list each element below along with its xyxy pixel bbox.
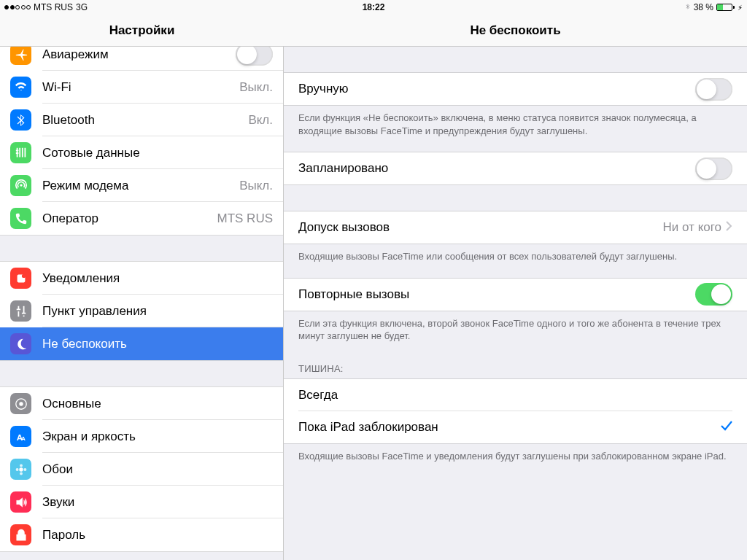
carrier-label: MTS RUS — [34, 2, 73, 12]
sidebar-item-bluetooth[interactable]: Bluetooth Вкл. — [0, 104, 283, 136]
sidebar-item-label: Сотовые данные — [42, 146, 283, 160]
wifi-value: Выкл. — [239, 80, 273, 95]
charging-icon: ⚡︎ — [738, 4, 743, 12]
scheduled-group: Запланировано — [284, 152, 747, 185]
allow-group: Допуск вызовов Ни от кого — [284, 211, 747, 244]
repeated-label: Повторные вызовы — [298, 287, 695, 302]
sidebar-item-carrier[interactable]: Оператор MTS RUS — [0, 202, 283, 235]
sidebar-item-label: Обои — [42, 462, 283, 477]
sidebar-item-dnd[interactable]: Не беспокоить — [0, 327, 283, 360]
sidebar-item-wifi[interactable]: Wi-Fi Выкл. — [0, 71, 283, 104]
hotspot-value: Выкл. — [239, 179, 273, 193]
sidebar-item-cellular[interactable]: Сотовые данные — [0, 136, 283, 169]
airplane-toggle[interactable] — [236, 47, 273, 66]
svg-point-1 — [21, 273, 25, 277]
allow-row[interactable]: Допуск вызовов Ни от кого — [298, 211, 732, 244]
settings-title: Настройки — [0, 15, 284, 47]
moon-icon — [10, 333, 31, 354]
scheduled-label: Запланировано — [298, 161, 695, 176]
scheduled-toggle[interactable] — [695, 158, 732, 180]
sidebar-item-label: Пароль — [42, 528, 283, 542]
signal-strength-icon — [4, 5, 31, 9]
battery-percentage: 38 % — [694, 2, 713, 12]
sidebar-item-airplane[interactable]: Авиарежим — [0, 47, 283, 71]
bluetooth-status-icon — [685, 2, 691, 12]
silence-header: ТИШИНА: — [284, 347, 747, 378]
svg-point-3 — [19, 402, 23, 405]
status-bar: MTS RUS 3G 18:22 38 % ⚡︎ — [0, 0, 747, 15]
wallpaper-icon — [10, 459, 31, 480]
sidebar-item-label: Не беспокоить — [42, 337, 283, 351]
sidebar-item-label: Основные — [42, 397, 283, 411]
speaker-icon — [10, 491, 31, 513]
manual-group: Вручную — [284, 72, 747, 106]
sidebar-item-label: Экран и яркость — [42, 429, 283, 444]
notifications-icon — [10, 268, 31, 289]
sidebar-item-label: Звуки — [42, 495, 283, 510]
checkmark-icon — [721, 419, 732, 435]
cellular-icon — [10, 142, 31, 163]
repeated-group: Повторные вызовы — [284, 278, 747, 311]
allow-label: Допуск вызовов — [298, 220, 663, 235]
chevron-right-icon — [726, 221, 732, 234]
wifi-icon — [10, 77, 31, 98]
sidebar-item-label: Bluetooth — [42, 113, 248, 128]
status-right: 38 % ⚡︎ — [685, 2, 743, 12]
sidebar-item-label: Уведомления — [42, 271, 283, 286]
manual-row[interactable]: Вручную — [298, 73, 732, 105]
detail-title: Не беспокоить — [284, 15, 747, 47]
manual-label: Вручную — [298, 82, 695, 96]
gear-icon — [10, 393, 31, 414]
lock-icon — [10, 524, 31, 545]
scheduled-row[interactable]: Запланировано — [298, 152, 732, 184]
svg-point-10 — [23, 468, 26, 471]
sidebar-item-display[interactable]: AA Экран и яркость — [0, 420, 283, 453]
hotspot-icon — [10, 175, 31, 196]
sidebar-item-notifications[interactable]: Уведомления — [0, 262, 283, 295]
manual-toggle[interactable] — [695, 78, 732, 101]
carrier-value: MTS RUS — [217, 211, 274, 226]
sidebar-item-label: Авиарежим — [42, 47, 236, 62]
svg-point-6 — [19, 467, 23, 471]
allow-caption: Входящие вызовы FaceTime или сообщения о… — [284, 244, 747, 268]
sidebar-group-device: Основные AA Экран и яркость Обои Звуки П… — [0, 386, 283, 552]
svg-point-9 — [15, 468, 18, 471]
status-left: MTS RUS 3G — [4, 2, 88, 12]
silence-caption: Входящие вызовы FaceTime и уведомления б… — [284, 444, 747, 467]
manual-caption: Если функция «Не беспокоить» включена, в… — [284, 106, 747, 141]
sidebar-item-wallpaper[interactable]: Обои — [0, 453, 283, 486]
repeated-row[interactable]: Повторные вызовы — [298, 279, 732, 311]
network-type: 3G — [76, 2, 88, 12]
svg-text:A: A — [21, 435, 26, 441]
silence-option-label: Пока iPad заблокирован — [298, 420, 721, 435]
battery-icon — [716, 4, 735, 11]
header: Настройки Не беспокоить — [0, 15, 747, 47]
sidebar-item-label: Wi-Fi — [42, 80, 239, 95]
clock: 18:22 — [363, 2, 385, 12]
settings-sidebar[interactable]: Авиарежим Wi-Fi Выкл. Bluetooth Вкл. Сот… — [0, 47, 284, 560]
bluetooth-icon — [10, 109, 31, 131]
silence-option-label: Всегда — [298, 388, 732, 402]
sidebar-group-notify: Уведомления Пункт управления Не беспокои… — [0, 261, 283, 361]
silence-locked[interactable]: Пока iPad заблокирован — [298, 411, 732, 443]
dnd-detail-panel[interactable]: Вручную Если функция «Не беспокоить» вкл… — [284, 47, 747, 560]
sidebar-item-sounds[interactable]: Звуки — [0, 486, 283, 518]
repeated-toggle[interactable] — [695, 283, 732, 306]
airplane-icon — [10, 47, 31, 65]
silence-group: Всегда Пока iPad заблокирован — [284, 378, 747, 444]
allow-value: Ни от кого — [663, 220, 721, 235]
sidebar-item-label: Оператор — [42, 211, 217, 226]
sidebar-item-general[interactable]: Основные — [0, 387, 283, 420]
control-center-icon — [10, 300, 31, 322]
silence-always[interactable]: Всегда — [298, 379, 732, 411]
svg-point-7 — [20, 464, 23, 467]
sidebar-item-hotspot[interactable]: Режим модема Выкл. — [0, 169, 283, 202]
sidebar-item-control-center[interactable]: Пункт управления — [0, 295, 283, 327]
sidebar-item-label: Режим модема — [42, 179, 239, 193]
svg-point-8 — [20, 472, 23, 475]
repeated-caption: Если эта функция включена, второй звонок… — [284, 311, 747, 347]
bluetooth-value: Вкл. — [248, 113, 273, 128]
display-icon: AA — [10, 426, 31, 447]
sidebar-item-passcode[interactable]: Пароль — [0, 518, 283, 551]
sidebar-item-label: Пункт управления — [42, 304, 283, 319]
